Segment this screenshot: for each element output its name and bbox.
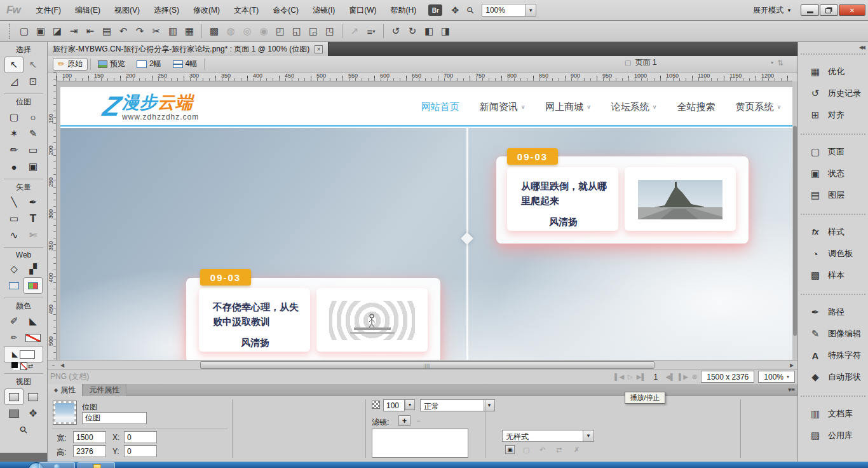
- two-up-view-button[interactable]: 2幅: [132, 58, 166, 71]
- splitter-collapse-icon[interactable]: −: [49, 361, 58, 369]
- rubber-stamp-tool[interactable]: ▣: [24, 158, 43, 175]
- slice-tool[interactable]: ▞: [24, 261, 43, 277]
- show-slices-button[interactable]: [24, 277, 43, 294]
- pencil-tool[interactable]: ✏: [4, 142, 24, 158]
- play-icon[interactable]: ▷: [628, 373, 633, 380]
- document-tab[interactable]: 旅行家-MYBWG.CN-旅行心得分享-旅行家论坛.png* : 页面 1 @ …: [48, 42, 329, 56]
- panel-pages[interactable]: ▢页面: [801, 141, 865, 163]
- panel-styles[interactable]: fx样式: [801, 221, 865, 243]
- panel-layers[interactable]: ▤图层: [801, 184, 865, 206]
- minimize-button[interactable]: [801, 4, 819, 16]
- eyedropper-tool[interactable]: ✐: [4, 313, 24, 329]
- panel-auto-shapes[interactable]: ◆自动形状: [801, 366, 865, 388]
- preview-view-button[interactable]: 预览: [93, 58, 130, 71]
- send-to-back-button[interactable]: ◳: [322, 23, 338, 39]
- opacity-input[interactable]: [383, 399, 405, 411]
- flip-vertical-button[interactable]: ◨: [437, 23, 454, 39]
- default-colors-button[interactable]: [13, 362, 20, 369]
- horizontal-ruler[interactable]: 1001502002503003504004505005506006507007…: [57, 72, 792, 81]
- tab-properties[interactable]: ◆ 属性: [48, 384, 83, 396]
- design-canvas[interactable]: Z 漫步云端 www.zdhzzdhz.com 网站首页 新闻资讯∨ 网上商城∨…: [60, 87, 792, 360]
- fill-color-control[interactable]: ◣: [4, 346, 43, 362]
- taskbar-explorer-button[interactable]: [78, 462, 115, 468]
- scale-tool[interactable]: ◿: [4, 73, 24, 90]
- no-color-button[interactable]: [20, 362, 27, 369]
- panel-path[interactable]: ✒路径: [801, 301, 865, 323]
- paste-button[interactable]: ▦: [181, 23, 198, 39]
- add-filter-button[interactable]: +: [398, 415, 410, 426]
- page-transfer-icon[interactable]: ⇅: [777, 59, 783, 67]
- pointer-tool[interactable]: ↖: [4, 57, 24, 73]
- full-screen-mode-button[interactable]: [4, 405, 24, 422]
- magic-wand-tool[interactable]: ✶: [4, 125, 24, 142]
- panel-states[interactable]: ▣状态: [801, 163, 865, 184]
- dropdown-arrow-icon[interactable]: ▼: [525, 4, 536, 16]
- collapse-dock-icon[interactable]: ◀◀: [859, 45, 864, 50]
- text-tool[interactable]: T: [24, 210, 43, 227]
- menu-modify[interactable]: 修改(M): [186, 0, 227, 21]
- menu-help[interactable]: 帮助(H): [384, 0, 424, 21]
- previous-frame-icon[interactable]: ◀▌: [665, 373, 675, 380]
- toolbar-grip[interactable]: [9, 24, 12, 39]
- flip-horizontal-button[interactable]: ◧: [421, 23, 437, 39]
- tab-symbol-properties[interactable]: 元件属性: [83, 384, 126, 396]
- zoom-level-dropdown[interactable]: 100% ▾: [758, 371, 795, 383]
- print-button[interactable]: ▤: [98, 23, 115, 39]
- windows-taskbar[interactable]: [0, 462, 868, 468]
- import-button[interactable]: ⇥: [65, 23, 82, 39]
- menu-filters[interactable]: 滤镜(I): [306, 0, 342, 21]
- style-dropdown[interactable]: 无样式 ▼: [502, 430, 594, 442]
- vertical-scrollbar-thumb[interactable]: [793, 126, 797, 336]
- lasso-tool[interactable]: ○: [24, 109, 43, 125]
- stop-icon[interactable]: ⊗: [692, 373, 697, 380]
- dropdown-arrow-icon[interactable]: ▾: [771, 60, 773, 65]
- export-button[interactable]: ⇤: [82, 23, 98, 39]
- expand-mode-button[interactable]: 展开模式 ▼: [753, 5, 801, 16]
- hotspot-tool[interactable]: ◇: [4, 261, 24, 277]
- object-name-input[interactable]: [82, 412, 147, 424]
- blur-tool[interactable]: ●: [4, 158, 24, 175]
- cut-button[interactable]: ✂: [148, 23, 165, 39]
- open-button[interactable]: ◪: [49, 23, 65, 39]
- new-document-button[interactable]: ▢: [16, 23, 32, 39]
- menu-window[interactable]: 窗口(W): [342, 0, 383, 21]
- x-input[interactable]: [124, 431, 157, 443]
- scroll-left-icon[interactable]: ◀: [58, 361, 67, 369]
- y-input[interactable]: [124, 445, 157, 457]
- panel-align[interactable]: ⊞对齐: [801, 104, 865, 126]
- bring-forward-button[interactable]: ◱: [288, 23, 305, 39]
- filter-list[interactable]: [372, 429, 468, 458]
- copy-button[interactable]: ▥: [165, 23, 181, 39]
- taskbar-browser-button[interactable]: [39, 462, 75, 468]
- bring-to-front-button[interactable]: ◰: [272, 23, 288, 39]
- marquee-tool[interactable]: ▢: [4, 109, 24, 125]
- blend-mode-dropdown[interactable]: 正常 ▼: [420, 399, 495, 411]
- restore-button[interactable]: [820, 4, 838, 16]
- menu-select[interactable]: 选择(S): [147, 0, 186, 21]
- paint-bucket-tool[interactable]: ◣: [24, 313, 43, 329]
- flatten-selection-button[interactable]: ▩: [206, 23, 222, 39]
- first-frame-icon[interactable]: ▌◀: [614, 373, 624, 380]
- search-icon[interactable]: ⚲: [460, 0, 481, 20]
- horizontal-scrollbar-thumb[interactable]: |||: [200, 361, 654, 369]
- zoom-dropdown[interactable]: 100% ▼: [482, 4, 536, 17]
- undo-button[interactable]: ↶: [115, 23, 132, 39]
- width-input[interactable]: [73, 431, 106, 443]
- four-up-view-button[interactable]: 4幅: [168, 58, 202, 71]
- canvas-viewport[interactable]: Z 漫步云端 www.zdhzzdhz.com 网站首页 新闻资讯∨ 网上商城∨…: [57, 81, 792, 360]
- tab-close-icon[interactable]: ×: [315, 45, 323, 53]
- panel-swatches[interactable]: ▩样本: [801, 265, 865, 286]
- vertical-ruler[interactable]: 150200250300350400450500550: [48, 72, 57, 360]
- eraser-tool[interactable]: ▭: [24, 142, 43, 158]
- freeform-tool[interactable]: ∿: [4, 227, 24, 244]
- crop-tool[interactable]: ⊡: [24, 73, 43, 90]
- menu-edit[interactable]: 编辑(E): [68, 0, 107, 21]
- height-input[interactable]: [73, 445, 106, 457]
- panel-optimize[interactable]: ▦优化: [801, 61, 865, 83]
- last-frame-icon[interactable]: ▶▌: [637, 373, 646, 380]
- opacity-dropdown-icon[interactable]: ▾: [405, 399, 415, 410]
- menu-file[interactable]: 文件(F): [29, 0, 68, 21]
- swap-colors-button[interactable]: ⇄: [27, 362, 34, 369]
- rectangle-tool[interactable]: ▭: [4, 210, 24, 227]
- save-button[interactable]: ▣: [32, 23, 49, 39]
